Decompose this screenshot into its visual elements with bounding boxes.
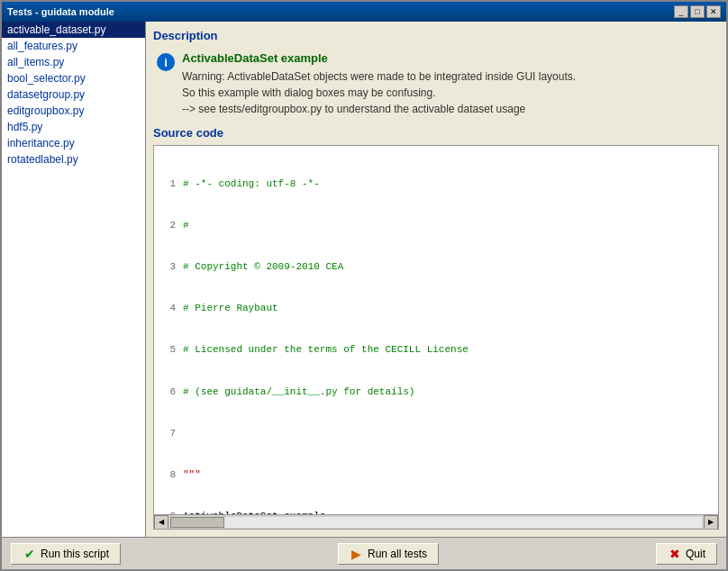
code-scroll-area[interactable]: 1# -*- coding: utf-8 -*- 2# 3# Copyright… (154, 146, 718, 514)
main-panel: Description i ActivableDataSet example W… (146, 22, 726, 537)
desc-line-2: So this example with dialog boxes may be… (182, 86, 436, 99)
content-area: activable_dataset.py all_features.py all… (2, 22, 726, 537)
run-all-icon: ▶ (350, 547, 364, 561)
sidebar-item-inheritance[interactable]: inheritance.py (2, 135, 145, 151)
footer-bar: ✔ Run this script ▶ Run all tests ✖ Quit (2, 537, 726, 569)
minimize-button[interactable]: _ (674, 5, 688, 18)
description-box: i ActivableDataSet example Warning: Acti… (153, 48, 719, 121)
sidebar: activable_dataset.py all_features.py all… (2, 22, 146, 537)
scrollbar-track-h[interactable] (170, 517, 702, 528)
quit-icon: ✖ (668, 547, 682, 561)
sidebar-item-editgroupbox[interactable]: editgroupbox.py (2, 103, 145, 119)
code-line: 2# (154, 219, 718, 232)
source-title: Source code (153, 126, 719, 140)
sidebar-item-all-items[interactable]: all_items.py (2, 54, 145, 70)
run-script-label: Run this script (41, 548, 109, 560)
run-all-button[interactable]: ▶ Run all tests (338, 543, 439, 565)
scroll-left-button[interactable]: ◀ (154, 515, 168, 530)
run-all-label: Run all tests (368, 548, 427, 560)
close-button[interactable]: ✕ (706, 5, 721, 18)
code-line: 7 (154, 427, 718, 440)
info-icon: i (157, 53, 175, 71)
code-line: 1# -*- coding: utf-8 -*- (154, 177, 718, 191)
run-script-button[interactable]: ✔ Run this script (11, 543, 121, 565)
description-section: Description i ActivableDataSet example W… (153, 29, 719, 121)
sidebar-item-bool-selector[interactable]: bool_selector.py (2, 70, 145, 86)
code-line: 5# Licensed under the terms of the CECIL… (154, 343, 718, 357)
sidebar-item-rotatedlabel[interactable]: rotatedlabel.py (2, 151, 145, 168)
sidebar-item-hdf5[interactable]: hdf5.py (2, 119, 145, 135)
title-bar-controls: _ □ ✕ (674, 5, 721, 18)
sidebar-item-datasetgroup[interactable]: datasetgroup.py (2, 86, 145, 103)
description-title: Description (153, 29, 719, 42)
code-line: 9ActivableDataSet example (154, 510, 718, 514)
quit-button[interactable]: ✖ Quit (656, 543, 717, 565)
code-line: 3# Copyright © 2009-2010 CEA (154, 260, 718, 274)
sidebar-item-all-features[interactable]: all_features.py (2, 38, 145, 54)
scrollbar-thumb-h[interactable] (170, 517, 224, 528)
window-title: Tests - guidata module (7, 6, 114, 17)
maximize-button[interactable]: □ (690, 5, 705, 18)
description-example-title: ActivableDataSet example (182, 51, 576, 65)
code-content: 1# -*- coding: utf-8 -*- 2# 3# Copyright… (154, 146, 718, 514)
description-text: Warning: ActivableDataSet objects were m… (182, 68, 576, 117)
description-content: ActivableDataSet example Warning: Activa… (182, 51, 576, 117)
code-container: 1# -*- coding: utf-8 -*- 2# 3# Copyright… (153, 145, 719, 530)
source-section: Source code 1# -*- coding: utf-8 -*- 2# … (153, 126, 719, 530)
horizontal-scrollbar[interactable]: ◀ ▶ (154, 514, 718, 529)
scroll-right-button[interactable]: ▶ (704, 515, 718, 530)
desc-line-1: Warning: ActivableDataSet objects were m… (182, 70, 576, 83)
quit-label: Quit (686, 548, 705, 560)
title-bar: Tests - guidata module _ □ ✕ (2, 2, 726, 22)
main-window: Tests - guidata module _ □ ✕ activable_d… (0, 0, 728, 571)
code-line: 6# (see guidata/__init__.py for details) (154, 385, 718, 399)
code-line: 8""" (154, 468, 718, 482)
sidebar-item-activable-dataset[interactable]: activable_dataset.py (2, 22, 145, 38)
desc-line-3: --> see tests/editgroupbox.py to underst… (182, 103, 525, 115)
code-line: 4# Pierre Raybaut (154, 302, 718, 315)
run-script-icon: ✔ (23, 547, 37, 561)
